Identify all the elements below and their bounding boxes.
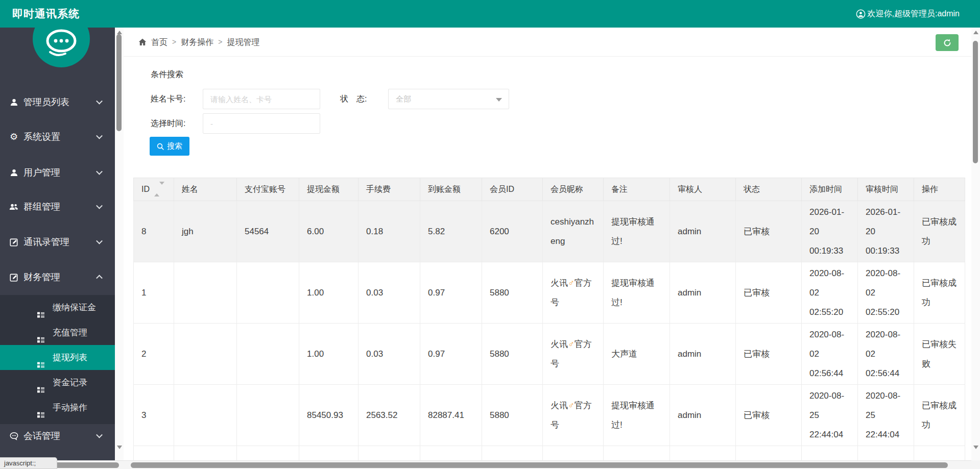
chevron-down-icon: [96, 168, 103, 175]
sidebar-scrollbar[interactable]: [115, 28, 124, 460]
refresh-button[interactable]: [936, 34, 959, 51]
user-circle-icon: [856, 9, 866, 19]
nickname-cell: 火讯♂官方号: [543, 262, 604, 324]
chevron-down-icon: [96, 203, 103, 209]
sidebar-subitem-label: 缴纳保证金: [53, 303, 96, 312]
name-card-label: 姓名卡号:: [151, 89, 185, 109]
sidebar-subitem-deposit[interactable]: 缴纳保证金: [0, 295, 115, 320]
sidebar-item-label: 管理员列表: [23, 97, 69, 107]
col-header-member-id: 会员ID: [482, 178, 543, 201]
edit-square-icon: [9, 237, 18, 246]
list-icon: [37, 304, 45, 312]
col-header-nickname: 会员昵称: [543, 178, 604, 201]
nickname-cell: 火讯♂官方号: [543, 385, 604, 446]
list-icon: [37, 404, 45, 412]
scroll-up-arrow[interactable]: [973, 31, 978, 34]
time-label: 选择时间:: [151, 113, 185, 134]
sidebar-item-system-settings[interactable]: ⚙ 系统设置: [0, 125, 115, 149]
gear-icon: ⚙: [9, 132, 18, 141]
edit-square-icon: [9, 273, 18, 282]
operation-status: 已审核成功: [914, 262, 965, 324]
sidebar-subitem-withdraw-list[interactable]: 提现列表: [0, 345, 115, 370]
comment-icon: [9, 431, 18, 440]
status-select[interactable]: 全部: [388, 89, 509, 109]
sidebar-item-admin-list[interactable]: 管理员列表: [0, 90, 115, 114]
male-icon: ♂: [568, 339, 575, 349]
scrollbar-thumb[interactable]: [131, 462, 948, 468]
list-icon: [37, 379, 45, 387]
male-icon: ♂: [568, 278, 575, 288]
chevron-down-icon: [96, 432, 103, 438]
sidebar-item-session-management[interactable]: 会话管理: [0, 424, 115, 448]
male-icon: ♂: [568, 401, 575, 410]
link-status-tooltip: javascript:;: [0, 457, 57, 469]
col-header-audit-time: 审核时间: [858, 178, 914, 201]
sidebar: 管理员列表 ⚙ 系统设置 用户管理 群组管理 通讯录管理 财务管理: [0, 28, 115, 469]
scroll-up-arrow[interactable]: [117, 31, 122, 34]
table-row: 8 jgh 54564 6.00 0.18 5.82 6200 ceshiyan…: [134, 201, 965, 262]
user-icon: [9, 168, 18, 177]
users-icon: [9, 202, 18, 211]
col-header-alipay: 支付宝账号: [237, 178, 299, 201]
scroll-down-arrow[interactable]: [973, 446, 978, 449]
breadcrumb-finance[interactable]: 财务操作: [181, 28, 213, 57]
sidebar-subitem-label: 手动操作: [53, 403, 87, 412]
chevron-down-icon: [96, 133, 103, 139]
sidebar-item-user-management[interactable]: 用户管理: [0, 160, 115, 185]
search-button[interactable]: 搜索: [150, 137, 189, 156]
col-header-id: ID: [134, 178, 174, 201]
sidebar-item-group-management[interactable]: 群组管理: [0, 194, 115, 219]
col-header-status: 状态: [736, 178, 802, 201]
sidebar-item-finance-management[interactable]: 财务管理: [0, 265, 115, 289]
sidebar-item-label: 群组管理: [23, 202, 60, 212]
col-header-amount: 提现金额: [299, 178, 358, 201]
list-icon: [37, 329, 45, 337]
chevron-down-icon: [96, 98, 103, 105]
col-header-add-time: 添加时间: [802, 178, 858, 201]
content-scrollbar[interactable]: [971, 28, 980, 460]
status-label: 状 态:: [340, 89, 367, 109]
user-icon: [9, 97, 18, 107]
sidebar-item-label: 会话管理: [23, 431, 60, 441]
chevron-up-icon: [96, 275, 103, 281]
content-hscrollbar[interactable]: [124, 460, 971, 469]
chevron-down-icon: [96, 238, 103, 244]
breadcrumb-current: 提现管理: [227, 28, 259, 57]
sidebar-item-contacts-management[interactable]: 通讯录管理: [0, 230, 115, 254]
topbar: 即时通讯系统 欢迎你,超级管理员:admin: [0, 0, 980, 28]
breadcrumb: 首页 > 财务操作 > 提现管理: [138, 28, 259, 57]
operation-status: 已审核失败: [914, 324, 965, 385]
sidebar-subitem-label: 充值管理: [53, 328, 87, 337]
scrollbar-corner: [971, 460, 980, 469]
breadcrumb-home[interactable]: 首页: [151, 28, 168, 57]
nickname-cell: 火讯♂官方号: [543, 324, 604, 385]
sidebar-subitem-manual-operation[interactable]: 手动操作: [0, 395, 115, 420]
breadcrumb-separator: >: [172, 28, 176, 57]
search-section-title: 条件搜索: [151, 69, 183, 80]
scrollbar-thumb[interactable]: [973, 41, 978, 163]
sidebar-subitem-recharge[interactable]: 充值管理: [0, 320, 115, 345]
table-row: 3 85450.93 2563.52 82887.41 5880 火讯♂官方号 …: [134, 385, 965, 446]
table-header-row: ID 姓名 支付宝账号 提现金额 手续费 到账金额 会员ID 会员昵称 备注 审…: [134, 178, 965, 201]
col-header-auditor: 审核人: [670, 178, 736, 201]
home-icon: [138, 38, 147, 46]
scroll-down-arrow[interactable]: [117, 446, 122, 449]
scrollbar-thumb[interactable]: [116, 34, 122, 131]
finance-submenu: 缴纳保证金 充值管理 提现列表 资金记录 手动操作: [0, 295, 115, 424]
sort-icon[interactable]: [154, 185, 164, 194]
sidebar-subitem-label: 资金记录: [53, 378, 87, 387]
welcome-text: 欢迎你,超级管理员:admin: [856, 0, 960, 28]
col-header-operation: 操作: [914, 178, 965, 201]
nickname-cell: ceshiyanzheng: [543, 201, 604, 262]
sidebar-subitem-label: 提现列表: [53, 353, 87, 362]
time-range-input[interactable]: [203, 113, 320, 134]
table-row: 1 1.00 0.03 0.97 5880 火讯♂官方号 提现审核通过! adm…: [134, 262, 965, 324]
sidebar-subitem-fund-records[interactable]: 资金记录: [0, 370, 115, 395]
sidebar-item-label: 系统设置: [23, 132, 60, 142]
operation-status: 已审核成功: [914, 201, 965, 262]
breadcrumb-separator: >: [218, 28, 222, 57]
col-header-fee: 手续费: [358, 178, 420, 201]
refresh-icon: [943, 38, 952, 47]
sidebar-item-label: 财务管理: [23, 272, 60, 282]
name-card-input[interactable]: [203, 89, 320, 109]
